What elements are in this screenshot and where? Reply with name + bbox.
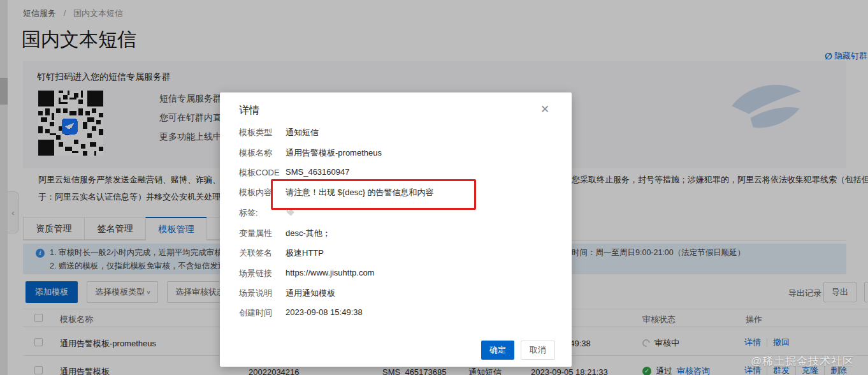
watermark: @稀土掘金技术社区 (751, 354, 854, 369)
sms-console-screen: ‹ 短信服务 / 国内文本短信 国内文本短信 ∅ 隐藏钉群 钉钉扫码进入您的短信… (0, 0, 868, 375)
field-label: 变量属性 (239, 228, 287, 239)
highlight-red-box (271, 179, 476, 210)
field-label: 场景链接 (239, 268, 287, 279)
field-value-signature: 极速HTTP (286, 247, 324, 259)
field-value-template-type: 通知短信 (286, 127, 319, 138)
field-label: 创建时间 (239, 307, 287, 319)
confirm-button[interactable]: 确定 (481, 341, 514, 360)
field-label: 模板类型 (239, 127, 287, 138)
field-value-created-time: 2023-09-08 15:49:38 (286, 307, 363, 317)
modal-title: 详情 (239, 104, 259, 117)
field-label: 场景说明 (239, 288, 287, 299)
field-value-template-code: SMS_463160947 (286, 167, 349, 177)
field-label: 模板名称 (239, 147, 287, 159)
close-icon[interactable]: ✕ (540, 103, 549, 116)
field-value-variable-attr: desc-其他； (286, 228, 331, 239)
field-label: 关联签名 (239, 247, 287, 259)
field-value-template-name: 通用告警模板-prometheus (286, 147, 382, 159)
field-value-scene-desc: 通用通知模板 (286, 288, 335, 299)
field-label: 模板CODE (239, 167, 287, 179)
field-value-scene-url: https://www.jisuhttp.com (286, 268, 374, 277)
detail-modal: 详情 ✕ 模板类型 通知短信 模板名称 通用告警模板-prometheus 模板… (220, 92, 572, 367)
cancel-button[interactable]: 取消 (521, 341, 555, 360)
